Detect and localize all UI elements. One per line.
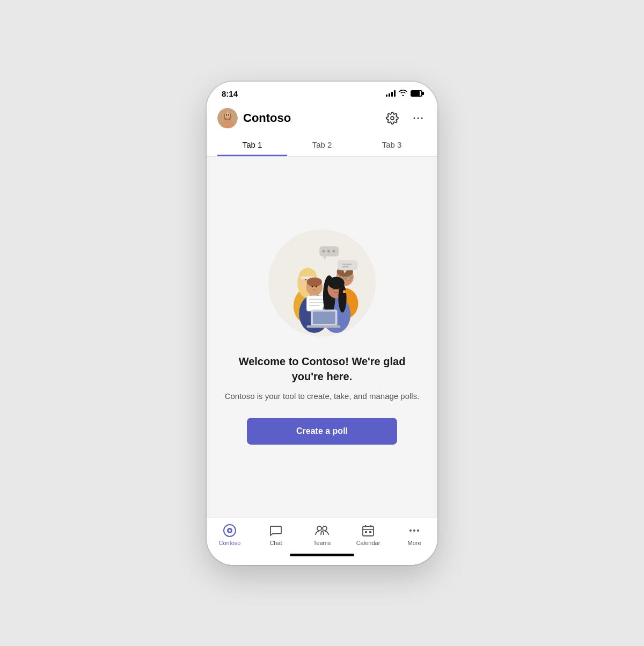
avatar[interactable] bbox=[217, 108, 238, 128]
svg-point-12 bbox=[327, 250, 330, 253]
nav-calendar[interactable]: Calendar bbox=[352, 524, 384, 546]
teams-nav-icon bbox=[315, 524, 329, 538]
nav-more[interactable]: More bbox=[398, 524, 430, 546]
illustration bbox=[268, 229, 376, 337]
more-nav-icon bbox=[407, 524, 421, 538]
main-content: Welcome to Contoso! We're glad you're he… bbox=[207, 157, 437, 518]
svg-point-13 bbox=[332, 250, 335, 253]
tabs: Tab 1 Tab 2 Tab 3 bbox=[217, 135, 427, 156]
svg-rect-53 bbox=[313, 311, 335, 324]
create-poll-button[interactable]: Create a poll bbox=[247, 418, 397, 445]
svg-point-66 bbox=[409, 529, 412, 532]
svg-point-6 bbox=[414, 117, 415, 119]
nav-chat-label: Chat bbox=[269, 540, 282, 546]
nav-calendar-label: Calendar bbox=[356, 540, 380, 546]
wifi-icon bbox=[399, 89, 407, 98]
svg-point-11 bbox=[322, 250, 325, 253]
nav-contoso-label: Contoso bbox=[219, 540, 241, 546]
svg-point-37 bbox=[307, 278, 323, 287]
status-bar: 8:14 bbox=[207, 82, 437, 103]
status-time: 8:14 bbox=[222, 89, 238, 98]
app-header: Contoso bbox=[207, 103, 437, 157]
app-title: Contoso bbox=[243, 111, 291, 125]
nav-teams[interactable]: Teams bbox=[306, 524, 338, 546]
more-options-button[interactable] bbox=[409, 110, 427, 127]
svg-point-4 bbox=[226, 114, 227, 115]
phone-frame: 8:14 bbox=[207, 82, 437, 565]
welcome-title: Welcome to Contoso! We're glad you're he… bbox=[223, 354, 421, 384]
svg-point-67 bbox=[413, 529, 415, 532]
status-icons bbox=[386, 89, 422, 98]
header-actions bbox=[384, 110, 427, 127]
battery-icon bbox=[411, 90, 422, 97]
nav-more-label: More bbox=[407, 540, 421, 546]
svg-point-49 bbox=[333, 288, 334, 290]
bottom-nav: Contoso Chat Teams bbox=[207, 518, 437, 549]
ellipsis-icon bbox=[412, 112, 425, 125]
svg-point-57 bbox=[229, 529, 231, 532]
svg-point-51 bbox=[343, 291, 346, 294]
svg-point-48 bbox=[328, 277, 344, 289]
home-indicator bbox=[207, 549, 437, 565]
settings-button[interactable] bbox=[384, 110, 401, 127]
svg-rect-65 bbox=[369, 531, 371, 533]
svg-rect-31 bbox=[338, 260, 358, 271]
svg-point-39 bbox=[316, 286, 317, 287]
nav-teams-label: Teams bbox=[313, 540, 331, 546]
svg-point-38 bbox=[312, 286, 313, 287]
svg-line-30 bbox=[351, 278, 353, 279]
svg-rect-60 bbox=[363, 526, 374, 536]
svg-point-3 bbox=[225, 112, 230, 119]
svg-rect-54 bbox=[307, 325, 341, 328]
tab-3[interactable]: Tab 3 bbox=[357, 135, 427, 156]
svg-point-59 bbox=[323, 526, 327, 531]
contoso-nav-icon bbox=[223, 524, 237, 538]
header-left: Contoso bbox=[217, 108, 291, 128]
home-bar bbox=[290, 554, 354, 556]
tab-2[interactable]: Tab 2 bbox=[287, 135, 357, 156]
welcome-subtitle: Contoso is your tool to create, take, an… bbox=[225, 390, 420, 403]
chat-nav-icon bbox=[269, 524, 283, 538]
nav-chat[interactable]: Chat bbox=[260, 524, 292, 546]
nav-contoso[interactable]: Contoso bbox=[214, 524, 246, 546]
calendar-nav-icon bbox=[361, 524, 375, 538]
svg-point-68 bbox=[417, 529, 419, 532]
svg-point-7 bbox=[418, 117, 419, 119]
svg-rect-64 bbox=[365, 531, 367, 533]
svg-point-58 bbox=[317, 526, 321, 531]
header-top: Contoso bbox=[217, 108, 427, 135]
svg-point-50 bbox=[338, 288, 340, 290]
tab-1[interactable]: Tab 1 bbox=[217, 135, 287, 156]
svg-point-5 bbox=[228, 114, 229, 115]
svg-point-8 bbox=[421, 117, 423, 119]
gear-icon bbox=[386, 112, 399, 125]
people-illustration bbox=[271, 232, 373, 334]
signal-icon bbox=[386, 90, 396, 97]
